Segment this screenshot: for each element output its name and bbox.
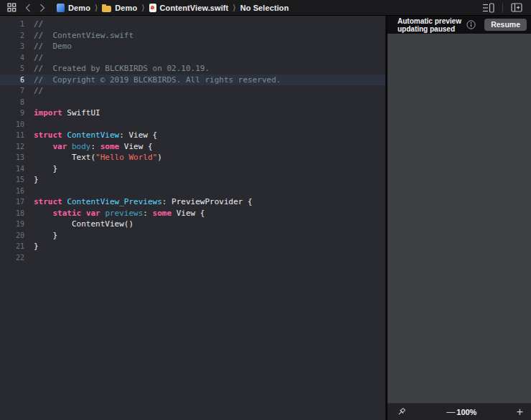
preview-canvas (387, 34, 531, 403)
code-line[interactable]: 6// Copyright © 2019 BLCKBIRDS. All righ… (0, 75, 385, 86)
code-line[interactable]: 16 (0, 186, 385, 197)
breadcrumb-item[interactable]: Demo (57, 4, 90, 12)
code-text: ContentView() (24, 219, 133, 230)
line-number[interactable]: 22 (0, 254, 24, 262)
back-chevron-icon[interactable] (25, 4, 31, 12)
pin-preview-icon[interactable] (395, 406, 407, 418)
toolbar-divider (502, 3, 503, 12)
code-line[interactable]: 5// Created by BLCKBIRDS on 02.10.19. (0, 63, 385, 75)
code-line[interactable]: 20 } (0, 230, 385, 242)
xcode-window: Demo⟩Demo⟩ContentView.swift⟩No Selection… (0, 0, 531, 420)
breadcrumb: Demo⟩Demo⟩ContentView.swift⟩No Selection (57, 3, 288, 12)
breadcrumb-label: Demo (115, 4, 137, 12)
add-editor-icon[interactable] (511, 3, 522, 12)
line-number[interactable]: 17 (0, 198, 24, 206)
swift-file-icon (149, 4, 156, 12)
code-line[interactable]: 2// ContentView.swift (0, 30, 385, 42)
preview-status-line1: Automatic preview (398, 17, 461, 25)
main-split: 1//2// ContentView.swift3// Demo4//5// C… (0, 16, 531, 420)
preview-status: Automatic preview updating paused (398, 17, 461, 33)
code-editor[interactable]: 1//2// ContentView.swift3// Demo4//5// C… (0, 16, 385, 420)
code-text: } (24, 174, 39, 186)
line-number[interactable]: 4 (0, 54, 24, 62)
zoom-out-button[interactable]: — (446, 407, 454, 417)
code-line[interactable]: 17struct ContentView_Previews: PreviewPr… (0, 196, 385, 208)
code-text: struct ContentView: View { (24, 130, 157, 141)
code-text: // Copyright © 2019 BLCKBIRDS. All right… (24, 75, 281, 86)
project-file-icon (57, 4, 65, 12)
line-number[interactable]: 20 (0, 232, 24, 239)
breadcrumb-separator-icon: ⟩ (232, 3, 235, 12)
line-number[interactable]: 15 (0, 176, 24, 183)
resume-button[interactable]: Resume (484, 19, 527, 31)
editor-options-icon[interactable] (482, 3, 494, 13)
code-line[interactable]: 3// Demo (0, 41, 385, 52)
code-text: var body: some View { (24, 141, 153, 153)
info-icon[interactable] (466, 20, 476, 29)
line-number[interactable]: 14 (0, 165, 24, 173)
code-line[interactable]: 8 (0, 97, 385, 108)
line-number[interactable]: 7 (0, 87, 24, 95)
folder-icon (102, 6, 111, 12)
code-line[interactable]: 15} (0, 174, 385, 186)
breadcrumb-separator-icon: ⟩ (95, 3, 98, 12)
code-text: // Demo (24, 41, 72, 52)
preview-status-line2: updating paused (398, 25, 461, 33)
breadcrumb-label: Demo (68, 4, 90, 12)
jump-bar: Demo⟩Demo⟩ContentView.swift⟩No Selection (0, 0, 531, 16)
code-line[interactable]: 1// (0, 19, 385, 30)
line-number[interactable]: 6 (0, 76, 24, 84)
code-line[interactable]: 14 } (0, 163, 385, 175)
breadcrumb-item[interactable]: Demo (102, 4, 137, 12)
zoom-in-button[interactable]: + (517, 407, 523, 417)
line-number[interactable]: 9 (0, 109, 24, 117)
code-text: // ContentView.swift (24, 30, 133, 42)
breadcrumb-item[interactable]: ContentView.swift (149, 4, 229, 12)
breadcrumb-separator-icon: ⟩ (141, 3, 144, 12)
zoom-level[interactable]: 100% (456, 408, 476, 416)
code-line[interactable]: 4// (0, 52, 385, 64)
code-text: } (24, 163, 57, 175)
line-number[interactable]: 3 (0, 42, 24, 50)
breadcrumb-label: No Selection (240, 4, 289, 12)
line-number[interactable]: 2 (0, 32, 24, 39)
code-line[interactable]: 18 static var previews: some View { (0, 208, 385, 219)
code-text: // (24, 19, 43, 30)
code-line[interactable]: 13 Text("Hello World") (0, 152, 385, 163)
code-text: import SwiftUI (24, 108, 100, 119)
code-line[interactable]: 10 (0, 119, 385, 130)
line-number[interactable]: 18 (0, 209, 24, 217)
line-number[interactable]: 19 (0, 220, 24, 228)
code-line[interactable]: 7// (0, 85, 385, 97)
code-area: 1//2// ContentView.swift3// Demo4//5// C… (0, 16, 385, 263)
line-number[interactable]: 10 (0, 120, 24, 128)
code-line[interactable]: 12 var body: some View { (0, 141, 385, 153)
code-line[interactable]: 11struct ContentView: View { (0, 130, 385, 141)
line-number[interactable]: 12 (0, 143, 24, 151)
line-number[interactable]: 16 (0, 187, 24, 195)
line-number[interactable]: 21 (0, 242, 24, 250)
preview-header: Automatic preview updating paused Resume (387, 16, 531, 34)
code-line[interactable]: 19 ContentView() (0, 219, 385, 230)
code-text: static var previews: some View { (24, 208, 205, 219)
code-text: struct ContentView_Previews: PreviewProv… (24, 196, 253, 208)
breadcrumb-item[interactable]: No Selection (240, 4, 289, 12)
code-line[interactable]: 22 (0, 252, 385, 264)
line-number[interactable]: 1 (0, 20, 24, 28)
breadcrumb-label: ContentView.swift (160, 4, 229, 12)
line-number[interactable]: 5 (0, 65, 24, 72)
code-text: Text("Hello World") (24, 152, 162, 163)
line-number[interactable]: 11 (0, 131, 24, 139)
related-items-icon[interactable] (7, 3, 17, 12)
preview-panel: Automatic preview updating paused Resume… (387, 16, 531, 420)
forward-chevron-icon[interactable] (39, 4, 45, 12)
code-text: // (24, 85, 43, 97)
code-text: // Created by BLCKBIRDS on 02.10.19. (24, 63, 210, 75)
code-text: } (24, 241, 39, 252)
preview-bottom-bar: — 100% + (387, 403, 531, 420)
code-text: // (24, 52, 43, 64)
code-line[interactable]: 9import SwiftUI (0, 108, 385, 119)
code-line[interactable]: 21} (0, 241, 385, 252)
line-number[interactable]: 8 (0, 98, 24, 106)
line-number[interactable]: 13 (0, 153, 24, 161)
